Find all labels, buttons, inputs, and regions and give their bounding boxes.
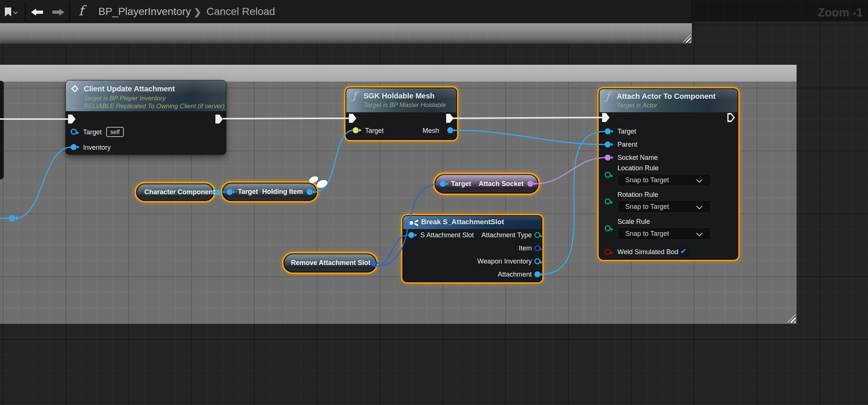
- location-rule-label: Location Rule: [617, 164, 659, 172]
- node-remove-attachment-slot[interactable]: Remove Attachment Slot: [283, 253, 377, 272]
- blueprint-graph-editor: Zoom -1 Client Update Attachment Target: [0, 0, 868, 405]
- toolbar-separator: [69, 1, 70, 22]
- toolbar-separator: [25, 1, 26, 22]
- inventory-pin-label: Inventory: [83, 144, 111, 152]
- node-title: Client Update Attachment: [84, 85, 175, 93]
- exec-in-pin[interactable]: [349, 114, 356, 123]
- socket-name-pin-label: Socket Name: [617, 154, 658, 162]
- node-label: Character Component: [144, 188, 215, 196]
- event-icon: [71, 85, 79, 92]
- panel-resize-grip[interactable]: [683, 34, 691, 43]
- node-header[interactable]: Client Update Attachment Target is BP Pl…: [66, 80, 226, 111]
- remove-attachment-slot-output-pin[interactable]: [370, 260, 376, 266]
- socket-name-pin[interactable]: [605, 155, 611, 161]
- breadcrumb-current[interactable]: Cancel Reload: [206, 6, 275, 18]
- parent-pin-label: Parent: [617, 141, 637, 149]
- function-icon: ƒ: [606, 90, 610, 102]
- weapon-inventory-pin[interactable]: [534, 258, 540, 264]
- node-subtitle-line1: Target is BP Player Inventory: [84, 95, 166, 102]
- target-self-value[interactable]: self: [106, 127, 124, 137]
- location-rule-pin[interactable]: [605, 172, 611, 178]
- rotation-rule-label: Rotation Rule: [617, 191, 658, 199]
- target-pin[interactable]: [605, 128, 611, 134]
- node-sgk-holdable-mesh[interactable]: ƒ SGK Holdable Mesh Target is BP Master …: [346, 88, 456, 139]
- exec-out-pin[interactable]: [446, 114, 454, 123]
- weld-simulated-bodies-pin[interactable]: [605, 249, 611, 255]
- function-icon: ƒ: [353, 90, 356, 101]
- target-pin-label: Target: [83, 128, 102, 136]
- exec-out-pin[interactable]: [215, 115, 223, 124]
- back-arrow-icon[interactable]: [31, 9, 43, 16]
- holding-item-label: Holding Item: [262, 188, 303, 196]
- node-attach-actor-to-component[interactable]: ƒ Attach Actor To Component Target is Ac…: [599, 89, 737, 259]
- breadcrumb-separator-icon: ❯: [194, 7, 201, 17]
- target-pin-label: Target: [617, 128, 636, 135]
- weld-simulated-bodies-label: Weld Simulated Bodies: [617, 248, 687, 256]
- scale-rule-dropdown[interactable]: Snap to Target: [617, 227, 711, 240]
- scale-rule-label: Scale Rule: [617, 218, 650, 226]
- location-rule-dropdown[interactable]: Snap to Target: [617, 174, 711, 186]
- holding-item-output-pin[interactable]: [307, 189, 313, 195]
- mesh-pin[interactable]: [447, 127, 453, 133]
- node-header[interactable]: ƒ Attach Actor To Component Target is Ac…: [599, 89, 737, 112]
- comment-resize-grip[interactable]: [787, 314, 795, 323]
- exec-out-pin[interactable]: [727, 113, 735, 122]
- target-pin-label: Target: [365, 127, 384, 135]
- item-label: Item: [457, 244, 532, 252]
- rotation-rule-dropdown[interactable]: Snap to Target: [617, 200, 711, 213]
- rotation-rule-pin[interactable]: [605, 198, 611, 204]
- inventory-pin[interactable]: [71, 144, 77, 150]
- weld-simulated-bodies-checkbox[interactable]: ✔: [679, 247, 688, 256]
- target-pin-label: Target: [238, 188, 258, 196]
- node-header[interactable]: ƒ SGK Holdable Mesh Target is BP Master …: [346, 88, 456, 112]
- attachment-label: Attachment: [457, 271, 532, 278]
- parent-pin[interactable]: [605, 141, 611, 147]
- target-pin-label: Target: [451, 180, 471, 188]
- weapon-inventory-label: Weapon Inventory: [457, 258, 532, 265]
- s-attachment-slot-pin[interactable]: [408, 232, 414, 238]
- mesh-pin-label: Mesh: [423, 127, 439, 135]
- item-pin[interactable]: [534, 245, 540, 251]
- node-break-s-attachmentslot[interactable]: Break S_AttachmentSlot S Attachment Slot…: [403, 216, 542, 281]
- node-title: Attach Actor To Component: [617, 92, 715, 101]
- scale-rule-pin[interactable]: [605, 225, 611, 231]
- attachment-type-label: Attachment Type: [457, 231, 532, 239]
- exec-in-pin[interactable]: [602, 113, 610, 122]
- node-title: SGK Holdable Mesh: [364, 92, 435, 100]
- function-graph-icon: f: [79, 3, 83, 18]
- node-subtitle-line2: RELIABLE Replicated To Owning Client (if…: [84, 103, 224, 110]
- node-subtitle: Target is BP Master Holdable: [364, 101, 446, 109]
- attachment-pin[interactable]: [534, 271, 540, 277]
- forward-arrow-icon[interactable]: [52, 9, 64, 16]
- node-attach-socket[interactable]: Target Attach Socket: [435, 174, 539, 194]
- node-title: Break S_AttachmentSlot: [421, 218, 504, 226]
- bookmark-chevron-down-icon[interactable]: [13, 9, 18, 14]
- break-struct-icon: [408, 219, 420, 226]
- graph-toolbar: f BP_PlayerInventory ❯ Cancel Reload: [0, 0, 692, 23]
- exec-in-pin[interactable]: [68, 115, 76, 124]
- character-component-output-pin[interactable]: [215, 189, 221, 195]
- node-subtitle: Target is Actor: [617, 102, 657, 109]
- attach-socket-output-pin[interactable]: [527, 181, 533, 187]
- breadcrumb-root[interactable]: BP_PlayerInventory: [98, 6, 191, 18]
- attach-socket-label: Attach Socket: [479, 180, 524, 188]
- node-header[interactable]: Break S_AttachmentSlot: [403, 216, 542, 229]
- node-client-update-attachment[interactable]: Client Update Attachment Target is BP Pl…: [66, 80, 226, 154]
- offscreen-node-edge[interactable]: [0, 81, 3, 179]
- collapsed-panel-bar[interactable]: [0, 23, 692, 44]
- target-input-pin[interactable]: [227, 189, 233, 195]
- target-pin[interactable]: [71, 129, 77, 135]
- zoom-level-indicator: Zoom -1: [818, 6, 863, 19]
- attachment-type-pin[interactable]: [534, 232, 540, 238]
- node-character-component[interactable]: Character Component: [136, 183, 214, 201]
- target-pin[interactable]: [353, 127, 359, 133]
- node-holding-item[interactable]: Target Holding Item: [222, 183, 317, 201]
- node-label: Remove Attachment Slot: [291, 259, 370, 267]
- comment-node-title-bar[interactable]: [0, 65, 797, 82]
- bookmark-icon[interactable]: [5, 7, 11, 16]
- target-input-pin[interactable]: [440, 181, 446, 187]
